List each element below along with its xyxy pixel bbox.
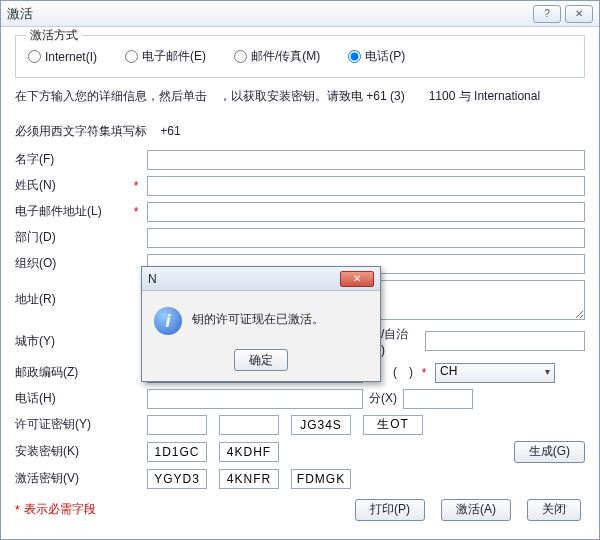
label-org: 组织(O) — [15, 255, 125, 272]
radio-internet-label: Internet(I) — [45, 50, 97, 64]
license-seg-4[interactable]: 生OT — [363, 415, 423, 435]
instructions: 在下方输入您的详细信息，然后单击 ，以获取安装密钥。请致电 +61 (3) 11… — [15, 88, 585, 105]
activate-button[interactable]: 激活(A) — [441, 499, 511, 521]
radio-fax-label: 邮件/传真(M) — [251, 48, 320, 65]
label-phone: 电话(H) — [15, 390, 125, 407]
activation-method-group: 激活方式 Internet(I) 电子邮件(E) 邮件/传真(M) 电话(P) — [15, 35, 585, 78]
input-ext[interactable] — [403, 389, 473, 409]
charset-note-label: 必须用西文字符集填写标 — [15, 124, 147, 138]
input-state[interactable] — [425, 331, 585, 351]
label-license: 许可证密钥(Y) — [15, 416, 125, 433]
dialog-titlebar: N ✕ — [142, 267, 380, 291]
activ-seg-3[interactable]: FDMGK — [291, 469, 351, 489]
charset-note: 必须用西文字符集填写标 +61 — [15, 123, 585, 140]
activation-window: 激活 ? ✕ 激活方式 Internet(I) 电子邮件(E) 邮件/传真(M)… — [0, 0, 600, 540]
label-ext: 分(X) — [369, 390, 397, 407]
titlebar: 激活 ? ✕ — [1, 1, 599, 27]
label-lastname: 姓氏(N) — [15, 177, 125, 194]
label-dept: 部门(D) — [15, 229, 125, 246]
print-button[interactable]: 打印(P) — [355, 499, 425, 521]
radio-email[interactable]: 电子邮件(E) — [125, 48, 206, 65]
radio-fax-input[interactable] — [234, 50, 247, 63]
install-seg-1[interactable]: 1D1GC — [147, 442, 207, 462]
titlebar-buttons: ? ✕ — [533, 5, 593, 23]
help-button[interactable]: ? — [533, 5, 561, 23]
dialog-message: 钥的许可证现在已激活。 — [192, 307, 324, 328]
radio-internet-input[interactable] — [28, 50, 41, 63]
activation-method-legend: 激活方式 — [26, 27, 82, 44]
radio-fax[interactable]: 邮件/传真(M) — [234, 48, 320, 65]
input-dept[interactable] — [147, 228, 585, 248]
dialog-title: N — [148, 272, 340, 286]
label-activation: 激活密钥(V) — [15, 470, 125, 487]
dialog-body: i 钥的许可证现在已激活。 — [142, 291, 380, 343]
charset-note-phone: +61 — [160, 124, 180, 138]
required-text: 表示必需字段 — [24, 501, 96, 518]
dialog-footer: 确定 — [142, 343, 380, 381]
label-install: 安装密钥(K) — [15, 443, 125, 460]
close-window-button[interactable]: 关闭 — [527, 499, 581, 521]
radio-phone[interactable]: 电话(P) — [348, 48, 405, 65]
required-email: * — [131, 205, 141, 219]
input-phone[interactable] — [147, 389, 363, 409]
license-seg-3[interactable]: JG34S — [291, 415, 351, 435]
select-region[interactable]: CH — [435, 363, 555, 383]
activ-seg-1[interactable]: YGYD3 — [147, 469, 207, 489]
message-dialog: N ✕ i 钥的许可证现在已激活。 确定 — [141, 266, 381, 382]
generate-button[interactable]: 生成(G) — [514, 441, 585, 463]
required-star: * — [15, 503, 20, 517]
install-seg-2[interactable]: 4KDHF — [219, 442, 279, 462]
license-seg-2[interactable] — [219, 415, 279, 435]
close-button[interactable]: ✕ — [565, 5, 593, 23]
required-region: * — [419, 366, 429, 380]
dialog-ok-button[interactable]: 确定 — [234, 349, 288, 371]
radio-email-label: 电子邮件(E) — [142, 48, 206, 65]
label-email: 电子邮件地址(L) — [15, 203, 125, 220]
radio-phone-label: 电话(P) — [365, 48, 405, 65]
footer: *表示必需字段 打印(P) 激活(A) 关闭 — [15, 499, 585, 521]
window-title: 激活 — [7, 5, 533, 23]
label-city: 城市(Y) — [15, 333, 125, 350]
activ-seg-2[interactable]: 4KNFR — [219, 469, 279, 489]
label-firstname: 名字(F) — [15, 151, 125, 168]
label-zip: 邮政编码(Z) — [15, 364, 125, 381]
radio-email-input[interactable] — [125, 50, 138, 63]
input-email[interactable] — [147, 202, 585, 222]
info-icon: i — [154, 307, 182, 335]
input-lastname[interactable] — [147, 176, 585, 196]
dialog-close-button[interactable]: ✕ — [340, 271, 374, 287]
required-legend: *表示必需字段 — [15, 499, 96, 521]
activation-method-radios: Internet(I) 电子邮件(E) 邮件/传真(M) 电话(P) — [28, 48, 572, 65]
radio-internet[interactable]: Internet(I) — [28, 48, 97, 65]
label-addr: 地址(R) — [15, 291, 125, 308]
required-lastname: * — [131, 179, 141, 193]
radio-phone-input[interactable] — [348, 50, 361, 63]
input-firstname[interactable] — [147, 150, 585, 170]
license-seg-1[interactable] — [147, 415, 207, 435]
